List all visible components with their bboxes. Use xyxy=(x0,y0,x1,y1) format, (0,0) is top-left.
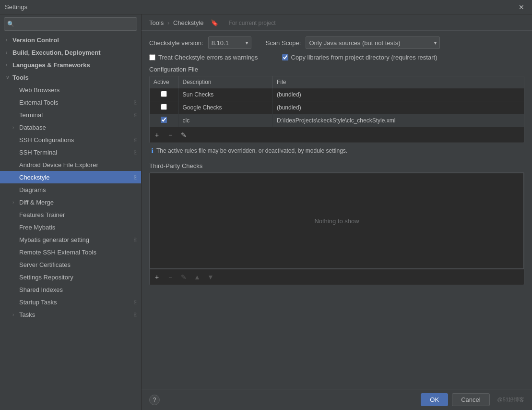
chevron-down-icon: ▾ xyxy=(430,40,437,46)
close-button[interactable]: ✕ xyxy=(516,2,527,12)
sidebar-item-settings-repository[interactable]: Settings Repository xyxy=(0,271,141,283)
copy-libraries-label[interactable]: Copy libraries from project directory (r… xyxy=(291,54,437,61)
sidebar-item-android-device[interactable]: Android Device File Explorer xyxy=(0,158,141,171)
sidebar-item-label: Terminal xyxy=(19,111,132,119)
panel-body: Checkstyle version: 8.10.1 ▾ Scan Scope:… xyxy=(142,31,532,389)
sidebar-item-shared-indexes[interactable]: Shared Indexes xyxy=(0,283,141,296)
watermark: @51好博客 xyxy=(497,396,524,403)
copy-icon: ⎘ xyxy=(134,299,137,305)
third-party-add-button[interactable]: + xyxy=(151,271,163,283)
third-party-edit-button[interactable]: ✎ xyxy=(177,271,190,283)
row-active-checkbox[interactable] xyxy=(161,104,167,110)
version-dropdown[interactable]: 8.10.1 ▾ xyxy=(208,36,251,49)
sidebar-item-label: Build, Execution, Deployment xyxy=(12,49,137,56)
add-button[interactable]: + xyxy=(151,129,163,141)
row-active-checkbox[interactable] xyxy=(161,91,167,97)
footer: ? OK Cancel @51好博客 xyxy=(142,389,532,410)
info-message: The active rules file may be overridden,… xyxy=(156,147,347,154)
third-party-up-button[interactable]: ▲ xyxy=(191,271,203,283)
file-cell: (bundled) xyxy=(272,88,524,101)
remove-button[interactable]: − xyxy=(164,129,177,141)
copy-icon: ⎘ xyxy=(134,174,137,180)
sidebar-item-label: Languages & Frameworks xyxy=(12,61,137,69)
copy-icon: ⎘ xyxy=(134,237,137,242)
arrow-icon: › xyxy=(12,125,19,130)
table-row: clc D:\IdeaProjects\ckeckStyle\clc_check… xyxy=(150,114,524,127)
sidebar-item-version-control[interactable]: › Version Control xyxy=(0,34,141,46)
sidebar-item-mybatis-generator[interactable]: Mybatis generator setting ⎘ xyxy=(0,233,141,246)
sidebar-item-features-trainer[interactable]: Features Trainer xyxy=(0,208,141,221)
sidebar: › Version Control › Build, Execution, De… xyxy=(0,14,142,410)
breadcrumb-separator: › xyxy=(167,19,171,26)
cancel-button[interactable]: Cancel xyxy=(452,393,489,406)
sidebar-item-terminal[interactable]: Terminal ⎘ xyxy=(0,109,141,121)
search-input[interactable] xyxy=(7,21,134,27)
main-panel: Tools › Checkstyle 🔖 For current project… xyxy=(142,14,532,410)
copy-libraries-checkbox[interactable] xyxy=(282,54,288,60)
panel-header: Tools › Checkstyle 🔖 For current project xyxy=(142,14,532,31)
third-party-remove-button[interactable]: − xyxy=(164,271,177,283)
config-table-toolbar: + − ✎ xyxy=(150,127,524,143)
search-box[interactable] xyxy=(4,17,137,31)
sidebar-item-label: Remote SSH External Tools xyxy=(19,249,137,256)
third-party-section: Third-Party Checks Nothing to show + − ✎… xyxy=(149,162,524,285)
arrow-icon: ∨ xyxy=(6,75,12,80)
sidebar-item-tools[interactable]: ∨ Tools xyxy=(0,71,141,84)
sidebar-item-ssh-configurations[interactable]: SSH Configurations ⎘ xyxy=(0,133,141,146)
content-area: › Version Control › Build, Execution, De… xyxy=(0,14,532,410)
sidebar-item-remote-ssh[interactable]: Remote SSH External Tools xyxy=(0,246,141,258)
scan-scope-value: Only Java sources (but not tests) xyxy=(309,39,400,47)
sidebar-item-build-execution[interactable]: › Build, Execution, Deployment xyxy=(0,46,141,59)
checkboxes-row: Treat Checkstyle errors as warnings Copy… xyxy=(149,54,524,61)
ok-button[interactable]: OK xyxy=(421,393,448,406)
scan-scope-dropdown[interactable]: Only Java sources (but not tests) ▾ xyxy=(306,36,440,49)
sidebar-item-label: Web Browsers xyxy=(19,86,137,94)
third-party-container: Nothing to show + − ✎ ▲ ▼ xyxy=(149,172,524,285)
sidebar-item-diff-merge[interactable]: › Diff & Merge xyxy=(0,196,141,208)
chevron-down-icon: ▾ xyxy=(242,40,248,46)
sidebar-item-database[interactable]: › Database xyxy=(0,121,141,133)
sidebar-item-ssh-terminal[interactable]: SSH Terminal ⎘ xyxy=(0,146,141,158)
sidebar-item-checkstyle[interactable]: Checkstyle ⎘ xyxy=(0,171,141,183)
third-party-empty-box: Nothing to show xyxy=(150,173,524,269)
sidebar-item-label: Database xyxy=(19,124,137,131)
for-project-label: For current project xyxy=(229,20,276,26)
description-cell: clc xyxy=(178,114,272,127)
table-row: Sun Checks (bundled) xyxy=(150,88,524,101)
treat-warnings-label[interactable]: Treat Checkstyle errors as warnings xyxy=(158,54,258,61)
sidebar-item-label: Android Device File Explorer xyxy=(19,161,137,169)
sidebar-item-tasks[interactable]: › Tasks ⎘ xyxy=(0,308,141,321)
sidebar-item-startup-tasks[interactable]: Startup Tasks ⎘ xyxy=(0,296,141,308)
bookmark-icon: 🔖 xyxy=(211,19,218,26)
row-active-checkbox[interactable] xyxy=(161,117,167,123)
sidebar-item-free-mybatis[interactable]: Free Mybatis xyxy=(0,221,141,233)
version-label: Checkstyle version: xyxy=(149,39,203,47)
sidebar-item-label: External Tools xyxy=(19,99,132,106)
help-button[interactable]: ? xyxy=(149,395,160,405)
sidebar-item-diagrams[interactable]: Diagrams xyxy=(0,183,141,196)
third-party-down-button[interactable]: ▼ xyxy=(204,271,217,283)
sidebar-item-label: Diff & Merge xyxy=(19,199,137,206)
arrow-icon: › xyxy=(6,37,12,43)
sidebar-item-label: Settings Repository xyxy=(19,274,137,281)
version-value: 8.10.1 xyxy=(212,39,229,47)
table-body: Sun Checks (bundled) Google Checks (bund… xyxy=(150,88,524,127)
titlebar: Settings ✕ xyxy=(0,0,532,14)
file-cell: D:\IdeaProjects\ckeckStyle\clc_checkStyl… xyxy=(272,114,524,127)
sidebar-item-external-tools[interactable]: External Tools ⎘ xyxy=(0,96,141,109)
sidebar-item-languages[interactable]: › Languages & Frameworks xyxy=(0,59,141,71)
sidebar-item-label: Diagrams xyxy=(19,186,137,193)
sidebar-item-server-certificates[interactable]: Server Certificates xyxy=(0,258,141,271)
copy-icon: ⎘ xyxy=(134,312,137,317)
config-file-section: Configuration File Active Description Fi… xyxy=(149,66,524,158)
treat-warnings-checkbox[interactable] xyxy=(149,54,155,60)
config-file-title: Configuration File xyxy=(149,66,524,73)
scan-scope-label: Scan Scope: xyxy=(266,39,301,47)
file-cell: (bundled) xyxy=(272,101,524,114)
col-description: Description xyxy=(178,76,272,88)
arrow-icon: › xyxy=(6,50,12,55)
sidebar-item-web-browsers[interactable]: Web Browsers xyxy=(0,84,141,96)
copy-icon: ⎘ xyxy=(134,112,137,118)
edit-button[interactable]: ✎ xyxy=(177,129,190,141)
arrow-icon: › xyxy=(12,200,19,205)
